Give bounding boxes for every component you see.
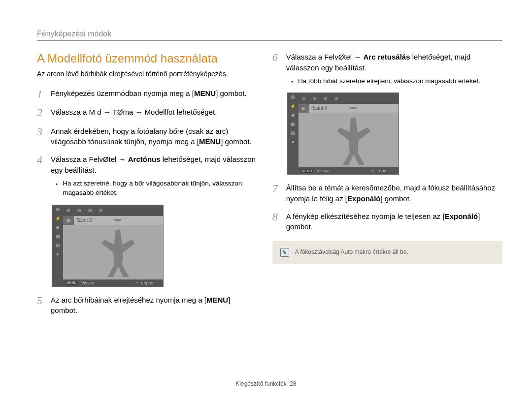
flash-icon: ⚡ bbox=[288, 102, 299, 111]
step-number: 4 bbox=[37, 154, 51, 198]
settings-icon: ▤ bbox=[288, 128, 299, 137]
back-label: Vissza bbox=[81, 280, 94, 285]
step-8: 8 A fénykép elkészítéséhez nyomja le tel… bbox=[272, 211, 502, 233]
level-selected-icon: ▨ bbox=[299, 104, 309, 113]
breadcrumb: Fényképezési módok bbox=[37, 30, 502, 38]
step-number: 2 bbox=[37, 107, 51, 119]
level-icon: ▧ bbox=[299, 93, 309, 104]
level-icon: ▧ bbox=[96, 205, 106, 216]
step-6: 6 Válassza a FelvØtel → Arc retusálás le… bbox=[272, 52, 502, 86]
step-number: 1 bbox=[37, 88, 51, 100]
step-number: 3 bbox=[37, 126, 51, 148]
grid-icon: ▦ bbox=[52, 232, 63, 241]
camera-screen-mock-2: ⦿ ⚡ ◉ ▦ ▤ ∎ ▧ ▧ ▧ ▧ ▨ Szint bbox=[287, 93, 399, 175]
step-1: 1 Fényképezés üzemmódban nyomja meg a [M… bbox=[37, 88, 258, 100]
level-icon: ▧ bbox=[309, 93, 320, 104]
step-number: 6 bbox=[272, 52, 286, 86]
camera-screen-mock-1: ⦿ ⚡ ◉ ▦ ▤ ∎ ▧ ▧ ▧ ▧ ▨ Szint bbox=[52, 205, 164, 287]
note-text: A fókusztávolság Auto makro értékre áll … bbox=[295, 248, 408, 256]
menu-tag: MENU bbox=[300, 169, 314, 173]
divider bbox=[37, 40, 502, 41]
off-icon: ∎ bbox=[288, 137, 299, 146]
level-icon: ▧ bbox=[320, 93, 331, 104]
step-4: 4 Válassza a FelvØtel → Arctónus lehetős… bbox=[37, 154, 258, 198]
info-note: ✎ A fókusztávolság Auto makro értékre ál… bbox=[272, 241, 502, 264]
grid-icon: ▦ bbox=[288, 120, 299, 128]
timer-icon: ◉ bbox=[288, 111, 299, 120]
face-icon: ⦿ bbox=[52, 205, 63, 214]
step-3: 3 Annak érdekében, hogy a fotóalany bőre… bbox=[37, 126, 258, 148]
step-6-note: Ha több hibát szeretne elrejteni, válass… bbox=[298, 76, 480, 86]
face-icon: ⦿ bbox=[288, 93, 299, 102]
menu-tag: MENU bbox=[65, 280, 78, 285]
off-icon: ∎ bbox=[52, 249, 63, 258]
level-icon: ▧ bbox=[74, 205, 85, 216]
back-label: Vissza bbox=[316, 168, 329, 173]
nav-icon: ✦ bbox=[135, 281, 139, 285]
level-icon: ▧ bbox=[85, 205, 96, 216]
flash-icon: ⚡ bbox=[52, 214, 63, 223]
timer-icon: ◉ bbox=[52, 223, 63, 232]
step-4-note: Ha azt szeretné, hogy a bőr világosabbna… bbox=[63, 179, 258, 198]
step-7: 7 Állítsa be a témát a keresőmezőbe, maj… bbox=[272, 183, 502, 204]
step-label: Lépés bbox=[376, 168, 389, 173]
level-icon: ▧ bbox=[63, 205, 74, 216]
level-icon: ▧ bbox=[331, 93, 342, 104]
step-5: 5 Az arc bőrhibáinak elrejtéséhez nyomja… bbox=[37, 295, 258, 316]
step-number: 5 bbox=[37, 295, 51, 316]
settings-icon: ▤ bbox=[52, 241, 63, 249]
silhouette-icon bbox=[91, 219, 145, 278]
info-icon: ✎ bbox=[280, 248, 289, 257]
step-number: 7 bbox=[272, 183, 286, 204]
step-2: 2 Válassza a M d → TØma → Modellfot lehe… bbox=[37, 107, 258, 119]
silhouette-icon bbox=[326, 107, 380, 166]
step-label: Lépés bbox=[141, 280, 153, 285]
page-title: A Modellfotó üzemmód használata bbox=[37, 52, 258, 65]
intro-text: Az arcon lévő bőrhibák elrejtésével tört… bbox=[37, 69, 258, 78]
page-footer: Kiegészítő funkciók 28 bbox=[0, 380, 532, 387]
nav-icon: ✦ bbox=[370, 169, 374, 173]
level-selected-icon: ▨ bbox=[63, 216, 74, 225]
step-number: 8 bbox=[272, 211, 286, 233]
